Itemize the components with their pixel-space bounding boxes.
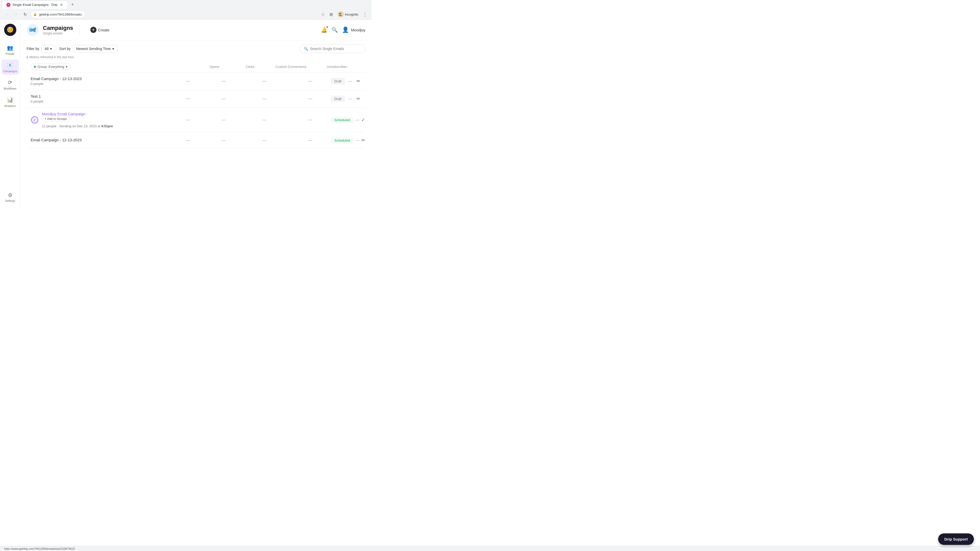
col-header-custom-conversions: Custom Conversions [266,65,317,68]
sidebar-item-settings[interactable]: ⚙ Settings [2,190,19,204]
main-content: Campaigns Single emails + Create 🔔 🔍 👤 [21,20,372,208]
refresh-button[interactable]: ↻ [21,11,29,18]
back-button[interactable]: ← [3,11,10,18]
page-subtitle: Single emails [43,32,73,35]
extension-button[interactable]: ⊞ [328,11,334,18]
header-actions: 🔔 🔍 👤 Moodjoy [321,27,366,33]
workflows-icon: ⟳ [6,79,14,86]
global-search-button[interactable]: 🔍 [331,27,338,33]
campaign-conversions: — [239,97,290,101]
edit-button[interactable]: ✏ [355,77,361,85]
sort-area: Sort by Newest Sending Time ▾ [59,45,118,52]
check-circle-icon: ✓ [31,116,38,124]
create-plus-icon: + [90,27,97,33]
group-filter-button[interactable]: Group: Everything ▾ [30,63,71,70]
campaign-unsubscribes: — [290,138,331,143]
settings-icon: ⚙ [8,192,13,198]
group-dot [34,66,36,68]
search-area: 🔍 [299,44,366,53]
create-button[interactable]: + Create [86,25,114,35]
tab-favicon: ✉ [6,3,11,7]
campaign-actions: Draft ··· ✏ [331,95,361,103]
campaign-conversions: — [239,138,290,143]
campaign-name: Email Campaign - 12-13-2023 [30,138,167,142]
column-headers: Opens Clicks Custom Conversions Unsubscr… [190,65,361,68]
search-input[interactable] [310,47,361,51]
menu-button[interactable]: ⋮ [361,10,369,18]
campaign-meta: 11 people · Sending on Dec 13, 2023 at 4… [42,124,167,128]
sidebar-settings-label: Settings [5,199,15,202]
campaign-unsubscribes: — [290,118,331,122]
sidebar-item-workflows[interactable]: ⟳ Workflows [2,77,19,92]
campaign-opens: — [167,79,208,83]
add-to-groups-button[interactable]: + Add to Groups [42,116,70,122]
edit-button[interactable]: ✏ [361,137,365,144]
incognito-profile-button[interactable]: 🕵 Incognito [336,11,360,18]
address-bar[interactable] [30,11,85,18]
campaign-opens: — [167,97,208,101]
campaign-row-content: Email Campaign - 12-13-2023 — — — — Sche… [30,137,361,144]
status-badge: Scheduled [331,117,353,123]
campaign-name: Test 1 [30,94,167,98]
campaign-meta: 0 people [30,100,167,103]
sidebar-item-workflows-label: Workflows [3,87,17,90]
header-title-area: Campaigns Single emails [43,25,73,35]
campaign-info: Email Campaign - 12-13-2023 [30,138,167,143]
table-row: Email Campaign - 12-13-2023 — — — — Sche… [27,132,366,148]
campaign-conversions: — [239,79,290,83]
app-layout: 😊 👥 People 📧 Campaigns ⟳ Workflows 📊 Ana… [0,20,372,208]
bookmark-button[interactable]: ☆ [319,11,326,18]
toolbar: Filter by All ▾ Sort by Newest Sending T… [21,40,372,55]
notifications-button[interactable]: 🔔 [321,27,328,33]
sidebar-item-people-label: People [6,52,14,56]
campaigns-icon: 📧 [6,62,14,68]
people-icon: 👥 [6,44,14,51]
user-menu-button[interactable]: 👤 Moodjoy [342,27,366,33]
tab-close-button[interactable]: ✕ [59,2,64,7]
campaign-name-link[interactable]: Moodjoy Email Campaign [42,112,86,116]
search-area-icon: 🔍 [304,47,308,51]
logo-icon: 😊 [6,27,14,33]
active-tab[interactable]: ✉ Single Email Campaigns · Drip ✕ [2,0,68,9]
sidebar-item-analytics[interactable]: 📊 Analytics [2,94,19,110]
col-header-clicks: Clicks [235,65,266,68]
metrics-text: Metrics refreshed in the last hour [29,56,74,59]
profile-label: Incognito [345,13,358,16]
campaign-check: ✓ [30,116,39,124]
campaign-actions: Scheduled ··· ✏ [331,137,361,144]
sidebar-item-campaigns[interactable]: 📧 Campaigns [2,59,19,75]
campaign-meta: 0 people [30,82,167,86]
campaign-unsubscribes: — [290,97,331,101]
confirm-button[interactable]: ✓ [361,116,365,124]
col-header-opens: Opens [194,65,235,68]
address-bar-container: 🔒 [30,11,317,18]
edit-button[interactable]: ✏ [355,95,361,103]
group-filter-chevron: ▾ [66,65,68,68]
forward-button[interactable]: → [12,11,19,18]
campaigns-table: Group: Everything ▾ Opens Clicks Custom … [21,61,372,208]
more-options-button[interactable]: ··· [347,95,353,103]
campaign-actions: Draft ··· ✏ [331,77,361,85]
user-label: Moodjoy [351,28,366,32]
new-tab-button[interactable]: + [69,1,76,8]
filter-value: All [45,47,49,51]
more-options-button[interactable]: ··· [355,137,360,144]
brand-logo[interactable]: 😊 [4,24,16,36]
campaign-unsubscribes: — [290,79,331,83]
status-badge: Scheduled [331,137,353,144]
user-icon: 👤 [342,27,349,33]
browser-chrome: ✉ Single Email Campaigns · Drip ✕ + ← → … [0,0,372,20]
incognito-avatar: 🕵 [338,11,344,17]
more-options-button[interactable]: ··· [355,116,360,124]
campaign-actions: Scheduled ··· ✓ [331,116,361,124]
campaign-info: Moodjoy Email Campaign + Add to Groups 1… [42,112,167,128]
header-logo-area [27,24,39,36]
more-options-button[interactable]: ··· [347,77,353,85]
sidebar-item-analytics-label: Analytics [4,104,16,107]
lock-icon: 🔒 [33,13,37,16]
sort-dropdown[interactable]: Newest Sending Time ▾ [73,45,118,52]
sidebar-item-people[interactable]: 👥 People [2,42,19,57]
filter-dropdown[interactable]: All ▾ [41,45,56,52]
tab-bar: ✉ Single Email Campaigns · Drip ✕ + [0,0,372,9]
sort-value: Newest Sending Time [76,47,111,51]
